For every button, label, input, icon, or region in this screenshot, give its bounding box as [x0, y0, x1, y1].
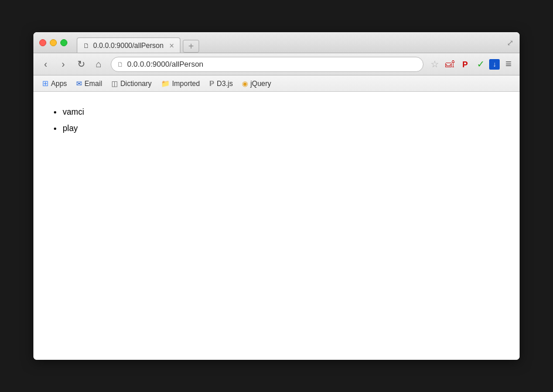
pinterest-icon[interactable]: P — [459, 58, 472, 71]
bookmark-imported[interactable]: 📁 Imported — [157, 77, 204, 90]
folder-icon: 📁 — [161, 80, 170, 88]
new-tab-button[interactable]: + — [183, 40, 199, 53]
tab-bar: 🗋 0.0.0.0:9000/allPerson × + — [77, 32, 514, 53]
traffic-lights — [39, 39, 67, 46]
active-tab[interactable]: 🗋 0.0.0.0:9000/allPerson × — [77, 37, 180, 53]
reload-icon: ↻ — [77, 59, 85, 70]
bookmark-email[interactable]: ✉ Email — [72, 77, 106, 90]
bookmark-apps[interactable]: ⊞ Apps — [38, 77, 71, 90]
person-name-play: play — [63, 123, 78, 133]
home-button[interactable]: ⌂ — [91, 57, 106, 72]
address-input[interactable] — [127, 60, 417, 68]
menu-icon[interactable]: ≡ — [502, 58, 515, 71]
dictionary-label: Dictionary — [120, 80, 151, 88]
bookmark-star-icon[interactable]: ☆ — [428, 58, 441, 71]
page-icon: 🗋 — [117, 61, 124, 68]
apps-grid-icon: ⊞ — [42, 79, 49, 88]
tab-page-icon: 🗋 — [83, 42, 90, 49]
cushion-icon[interactable]: 🛋 — [443, 58, 456, 71]
dictionary-icon: ◫ — [111, 80, 118, 88]
browser-window: 🗋 0.0.0.0:9000/allPerson × + ⤢ ‹ › ↻ ⌂ 🗋 — [33, 32, 520, 360]
title-bar: 🗋 0.0.0.0:9000/allPerson × + ⤢ — [33, 32, 520, 53]
address-bar[interactable]: 🗋 — [111, 57, 424, 72]
bookmark-dictionary[interactable]: ◫ Dictionary — [107, 77, 155, 90]
jquery-label: jQuery — [250, 80, 271, 88]
email-label: Email — [84, 80, 102, 88]
forward-button[interactable]: › — [56, 57, 71, 72]
page-content: vamci play — [33, 92, 520, 360]
maximize-button[interactable] — [60, 39, 67, 46]
person-name-vamci: vamci — [63, 107, 84, 116]
download-icon[interactable]: ↓ — [489, 59, 500, 70]
apps-label: Apps — [51, 80, 67, 88]
bookmark-d3js[interactable]: 𝗣 D3.js — [205, 77, 237, 90]
expand-icon[interactable]: ⤢ — [507, 38, 514, 47]
person-list: vamci play — [51, 104, 502, 136]
bookmarks-bar: ⊞ Apps ✉ Email ◫ Dictionary 📁 Imported 𝗣… — [33, 75, 520, 92]
reload-button[interactable]: ↻ — [73, 57, 88, 72]
d3-label: D3.js — [217, 80, 233, 88]
email-icon: ✉ — [76, 80, 82, 88]
tab-label: 0.0.0.0:9000/allPerson — [93, 42, 163, 50]
tab-close-button[interactable]: × — [169, 42, 174, 50]
check-icon[interactable]: ✓ — [474, 58, 487, 71]
bookmark-jquery[interactable]: ◉ jQuery — [238, 77, 275, 90]
list-item: play — [63, 120, 502, 136]
minimize-button[interactable] — [50, 39, 57, 46]
back-icon: ‹ — [44, 59, 47, 70]
list-item: vamci — [63, 104, 502, 120]
nav-bar: ‹ › ↻ ⌂ 🗋 ☆ 🛋 P ✓ — [33, 53, 520, 75]
jquery-icon: ◉ — [242, 80, 248, 88]
back-button[interactable]: ‹ — [38, 57, 53, 72]
d3-icon: 𝗣 — [209, 80, 214, 88]
close-button[interactable] — [39, 39, 46, 46]
imported-label: Imported — [172, 80, 200, 88]
nav-icons: ☆ 🛋 P ✓ ↓ ≡ — [428, 58, 515, 71]
forward-icon: › — [62, 59, 64, 70]
home-icon: ⌂ — [95, 59, 101, 70]
